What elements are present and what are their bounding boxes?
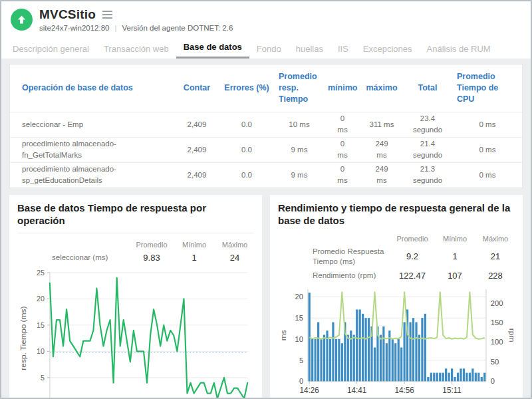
tab-descripcion-general[interactable]: Descripción general — [5, 41, 96, 59]
stats-series-label: seleccionar (ms) — [36, 251, 128, 265]
cell-errors: 0.0 — [219, 112, 275, 137]
stats-max-value: 24 — [215, 251, 254, 265]
svg-text:10: 10 — [37, 347, 45, 355]
throughput-response-card: Rendimiento y tiempo de respuesta genera… — [270, 195, 523, 399]
cell-total: 21.3segundo — [402, 162, 453, 188]
svg-text:0: 0 — [491, 377, 495, 385]
cell-total: 23.4segundo — [402, 112, 453, 137]
tab-excepciones[interactable]: Excepciones — [356, 41, 420, 59]
svg-text:resp. Tiempo (ms): resp. Tiempo (ms) — [19, 306, 28, 370]
svg-text:15: 15 — [295, 314, 304, 322]
svg-text:50: 50 — [491, 357, 499, 365]
svg-text:15:11: 15:11 — [442, 386, 462, 395]
cell-count: 2,409 — [175, 137, 219, 162]
svg-text:25: 25 — [37, 268, 45, 276]
tab-base-de-datos[interactable]: Base de datos — [176, 39, 249, 59]
cell-min: 0ms — [324, 112, 361, 137]
svg-text:150: 150 — [491, 318, 503, 326]
tab-analisis-de-rum[interactable]: Análisis de RUM — [420, 41, 498, 59]
cell-count: 2,409 — [175, 112, 219, 137]
col-header-total: Total — [402, 76, 453, 100]
cell-errors: 0.0 — [219, 162, 275, 188]
agent-version-label: Versión del agente DOTNET: 2.6 — [122, 24, 233, 32]
stats-min-value: 107 — [436, 269, 473, 283]
stats-avg-value: 122.47 — [391, 269, 434, 283]
stats-min-value: 1 — [436, 249, 473, 263]
left-chart-stats: Promedio Mínimo Máximo seleccionar (ms) … — [36, 239, 254, 265]
col-header-count: Contar — [175, 76, 219, 100]
cell-max: 311 ms — [361, 112, 402, 137]
stats-header-minimo: Mínimo — [176, 239, 213, 251]
tab-huellas[interactable]: huellas — [289, 41, 331, 59]
svg-text:20: 20 — [37, 295, 45, 303]
stats-series-label: Promedio Respuesta Tiempo (ms) — [297, 245, 388, 269]
app-header: MVCSitio site24x7-win2012:80 | Versión d… — [1, 1, 531, 32]
cell-avg: 9 ms — [275, 137, 324, 162]
col-header-errors: Errores (%) — [219, 76, 275, 100]
stats-avg-value: 9.83 — [130, 251, 173, 265]
svg-text:14:56: 14:56 — [394, 386, 414, 395]
right-chart-title: Rendimiento y tiempo de respuesta genera… — [278, 201, 515, 227]
svg-text:14:41: 14:41 — [347, 386, 367, 395]
arrow-up-icon — [17, 15, 27, 25]
cell-cpu: 0 ms — [453, 112, 522, 137]
stats-header-promedio: Promedio — [130, 239, 173, 251]
svg-text:15: 15 — [37, 321, 45, 329]
tab-bar: Descripción general Transacción web Base… — [1, 32, 531, 59]
stats-header-maximo: Máximo — [476, 233, 515, 245]
cell-cpu: 0 ms — [453, 137, 522, 162]
host-label: site24x7-win2012:80 — [39, 24, 110, 32]
cell-operation[interactable]: procedimiento almacenado-fn_GetTotalMark… — [10, 137, 175, 162]
app-status-icon — [11, 9, 33, 31]
page-title: MVCSitio — [39, 7, 96, 22]
svg-text:rpm: rpm — [507, 328, 515, 342]
stats-header-maximo: Máximo — [215, 239, 254, 251]
stats-avg-value: 9.2 — [391, 249, 434, 263]
cell-errors: 0.0 — [219, 137, 275, 162]
stats-max-value: 228 — [476, 269, 515, 283]
stats-header-promedio: Promedio — [391, 233, 434, 245]
cell-max: 249ms — [361, 162, 402, 188]
svg-text:100: 100 — [491, 338, 503, 346]
cell-min: 0ms — [324, 162, 361, 188]
col-header-min: mínimo — [324, 76, 361, 100]
response-time-by-operation-card: Base de datos Tiempo de respuesta por op… — [9, 195, 262, 399]
cell-total: 21.4segundo — [402, 137, 453, 162]
stats-max-value: 21 — [476, 249, 515, 263]
tab-fondo[interactable]: Fondo — [249, 41, 289, 59]
cell-operation[interactable]: seleccionar - Emp — [10, 112, 175, 137]
right-chart-stats: Promedio Mínimo Máximo Promedio Respuest… — [297, 233, 515, 283]
svg-text:10: 10 — [295, 334, 304, 342]
stats-min-value: 1 — [176, 251, 213, 265]
svg-text:5: 5 — [299, 356, 303, 364]
stats-header-minimo: Mínimo — [436, 233, 473, 245]
svg-text:ms: ms — [279, 330, 288, 340]
response-time-line-chart[interactable]: 051015202514:2614:3614:4614:5615:0615:16… — [17, 266, 254, 399]
cell-cpu: 0 ms — [453, 162, 522, 188]
col-header-avg-resp: Promedio resp. Tiempo — [275, 65, 324, 112]
cell-max: 249ms — [361, 137, 402, 162]
svg-text:14:26: 14:26 — [300, 386, 320, 395]
chart-legend: Promedio Tiempo de respuesta Rendimiento — [278, 396, 515, 399]
tab-transaccion-web[interactable]: Transacción web — [96, 41, 176, 59]
cell-avg: 9 ms — [275, 162, 324, 188]
subtitle-separator: | — [115, 24, 117, 32]
content-area: Operación de base de datos Contar Errore… — [1, 59, 531, 399]
col-header-operation: Operación de base de datos — [10, 76, 175, 100]
cell-avg: 10 ms — [275, 112, 324, 137]
throughput-combo-chart[interactable]: 0510152005010015020014:2614:4114:5615:11… — [278, 284, 515, 396]
left-chart-title: Base de datos Tiempo de respuesta por op… — [17, 201, 254, 227]
stats-series-label: Rendimiento (rpm) — [297, 269, 388, 283]
svg-text:200: 200 — [491, 299, 503, 307]
col-header-cpu: Promedio Tiempo de CPU — [453, 65, 522, 112]
db-operations-table: Operación de base de datos Contar Errore… — [9, 64, 523, 188]
tab-iis[interactable]: IIS — [331, 41, 356, 59]
svg-text:20: 20 — [295, 293, 304, 301]
hamburger-menu-icon[interactable] — [101, 9, 114, 20]
cell-operation[interactable]: procedimiento almacenado-sp_getEducation… — [10, 162, 175, 188]
cell-count: 2,409 — [175, 162, 219, 188]
col-header-max: máximo — [361, 76, 402, 100]
cell-min: 0ms — [324, 137, 361, 162]
svg-text:0: 0 — [299, 377, 303, 385]
svg-text:5: 5 — [41, 373, 45, 381]
